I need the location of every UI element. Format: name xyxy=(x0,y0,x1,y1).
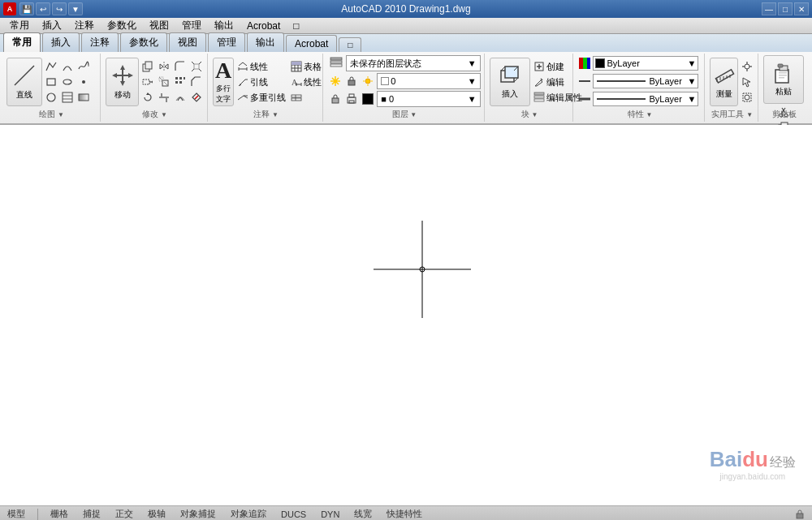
menu-guanli[interactable]: 管理 xyxy=(175,17,208,34)
layer-lock2-btn[interactable] xyxy=(328,92,343,106)
minimize-button[interactable]: — xyxy=(762,2,776,15)
annotation-linear-btn[interactable]: 线性 xyxy=(235,59,287,74)
modify-copy-btn[interactable] xyxy=(140,59,155,74)
linetype-dropdown[interactable]: ByLayer ▼ xyxy=(593,74,698,88)
layer-name-dropdown[interactable]: 0 ▼ xyxy=(377,73,480,89)
layer-color2-btn[interactable] xyxy=(361,92,375,106)
modify-stretch-btn[interactable] xyxy=(140,75,155,89)
tab-zhushi[interactable]: 注释 xyxy=(81,32,119,52)
qa-undo-btn[interactable]: ↩ xyxy=(36,2,50,15)
measure-btn[interactable]: 测量 xyxy=(710,58,738,106)
draw-spline-btn[interactable] xyxy=(76,59,91,74)
tab-charu[interactable]: 插入 xyxy=(42,32,80,52)
modify-scale-btn[interactable] xyxy=(157,75,171,89)
status-dyn-btn[interactable]: DYN xyxy=(317,508,343,521)
utilities-group-label[interactable]: 实用工具 ▼ xyxy=(706,109,758,120)
menu-acrobat[interactable]: Acrobat xyxy=(240,19,287,33)
status-lineweight-btn[interactable]: 线宽 xyxy=(350,508,376,521)
modify-erase-btn[interactable] xyxy=(189,90,204,105)
menu-shitu[interactable]: 视图 xyxy=(143,17,175,34)
annotation-leader-btn[interactable]: 引线 xyxy=(235,75,287,89)
modify-rotate-btn[interactable] xyxy=(140,90,155,105)
draw-polyline-btn[interactable] xyxy=(44,59,58,74)
close-button[interactable]: ✕ xyxy=(794,2,809,15)
modify-mirror-btn[interactable] xyxy=(157,59,171,74)
paste-btn[interactable]: 粘贴 xyxy=(763,55,804,104)
modify-offset-btn[interactable] xyxy=(173,90,188,105)
lineweight-dropdown[interactable]: ByLayer ▼ xyxy=(593,92,698,106)
utilities-extra1-btn[interactable] xyxy=(740,59,754,74)
menu-extra[interactable]: □ xyxy=(287,19,305,33)
modify-move-btn[interactable]: 移动 xyxy=(106,58,139,106)
layer-name-text: 0 xyxy=(391,76,395,86)
layer-lock-btn[interactable] xyxy=(344,74,359,88)
menu-canshuhua[interactable]: 参数化 xyxy=(101,17,143,34)
tab-canshuhua[interactable]: 参数化 xyxy=(120,32,167,52)
maximize-button[interactable]: □ xyxy=(778,2,793,15)
tab-guanli[interactable]: 管理 xyxy=(208,32,245,52)
annotation-group-label[interactable]: 注释 ▼ xyxy=(209,109,322,120)
block-group-label[interactable]: 块 ▼ xyxy=(486,109,573,120)
modify-fillet-btn[interactable] xyxy=(173,59,188,74)
modify-trim-btn[interactable] xyxy=(157,90,171,105)
layer-group-label[interactable]: 图层 ▼ xyxy=(325,109,483,120)
qa-redo-btn[interactable]: ↪ xyxy=(52,2,67,15)
layer-freeze-btn[interactable] xyxy=(328,74,343,88)
status-ortho-btn[interactable]: 正交 xyxy=(111,508,137,521)
utilities-extra3-btn[interactable] xyxy=(740,90,754,105)
layer-color-dropdown[interactable]: ■ 0 ▼ xyxy=(377,91,480,107)
draw-rect-btn[interactable] xyxy=(44,75,58,89)
status-snap-btn[interactable]: 捕捉 xyxy=(79,508,105,521)
layer-print-btn[interactable] xyxy=(344,92,359,106)
draw-hatch-btn[interactable] xyxy=(60,90,75,105)
move-icon xyxy=(110,63,135,88)
draw-group-label[interactable]: 绘图 ▼ xyxy=(3,109,100,120)
layer-state-dropdown[interactable]: 未保存的图层状态 ▼ xyxy=(346,55,480,71)
tab-acrobat[interactable]: Acrobat xyxy=(286,35,337,52)
layer-sun-btn[interactable] xyxy=(361,74,375,88)
status-ducs-btn[interactable]: DUCS xyxy=(277,508,310,521)
modify-array-btn[interactable] xyxy=(173,75,188,89)
annotation-multileader-btn[interactable]: 多重引线 xyxy=(235,90,287,105)
block-insert-btn[interactable]: 插入 xyxy=(490,58,530,106)
properties-group-label[interactable]: 特性 ▼ xyxy=(575,109,704,120)
menu-charu[interactable]: 插入 xyxy=(36,17,68,34)
modify-explode-btn[interactable] xyxy=(189,59,204,74)
tab-shuchu[interactable]: 输出 xyxy=(247,32,284,52)
tab-changeyong[interactable]: 常用 xyxy=(3,32,41,52)
qa-new-btn[interactable]: 💾 xyxy=(19,2,34,15)
draw-ellipse-btn[interactable] xyxy=(60,75,75,89)
draw-circle-btn[interactable] xyxy=(44,90,58,105)
annotation-text-btn[interactable]: A 多行文字 xyxy=(213,58,234,106)
status-grid-btn[interactable]: 栅格 xyxy=(46,508,72,521)
status-quickprop-btn[interactable]: 快捷特性 xyxy=(382,508,426,521)
status-lock-btn[interactable] xyxy=(791,508,809,521)
modify-chamfer-btn[interactable] xyxy=(189,75,204,89)
status-polar-btn[interactable]: 极轴 xyxy=(144,508,170,521)
draw-point-btn[interactable] xyxy=(76,75,91,89)
menu-shuchu[interactable]: 输出 xyxy=(208,17,240,34)
canvas-area[interactable]: Bai du 经验 jingyan.baidu.com xyxy=(0,125,812,505)
tab-shitu[interactable]: 视图 xyxy=(169,32,206,52)
status-model-btn[interactable]: 模型 xyxy=(3,508,29,521)
svg-line-32 xyxy=(192,62,194,64)
draw-line-btn[interactable]: 直线 xyxy=(6,58,42,106)
qa-dropdown-btn[interactable]: ▼ xyxy=(68,2,83,15)
title-bar: A 💾 ↩ ↪ ▼ AutoCAD 2010 Drawing1.dwg — □ … xyxy=(0,0,812,18)
menu-changeyong[interactable]: 常用 xyxy=(3,17,36,34)
quick-select-icon xyxy=(741,92,753,103)
draw-arc-btn[interactable] xyxy=(60,59,75,74)
annotation-tolerance-btn[interactable] xyxy=(289,90,323,105)
menu-zhushi[interactable]: 注释 xyxy=(68,17,101,34)
color-dropdown[interactable]: ByLayer ▼ xyxy=(593,56,698,71)
annotation-dim-style-btn[interactable]: A 线性 xyxy=(289,75,323,89)
tab-extra[interactable]: □ xyxy=(339,37,361,52)
layer-properties-btn[interactable] xyxy=(328,56,344,71)
svg-point-3 xyxy=(63,80,71,84)
utilities-extra2-btn[interactable] xyxy=(740,75,754,89)
status-otrack-btn[interactable]: 对象追踪 xyxy=(227,508,270,521)
status-osnap-btn[interactable]: 对象捕捉 xyxy=(176,508,220,521)
modify-group-label[interactable]: 修改 ▼ xyxy=(102,109,207,120)
draw-gradient-btn[interactable] xyxy=(76,90,91,105)
annotation-table-btn[interactable]: 表格 xyxy=(289,59,323,74)
